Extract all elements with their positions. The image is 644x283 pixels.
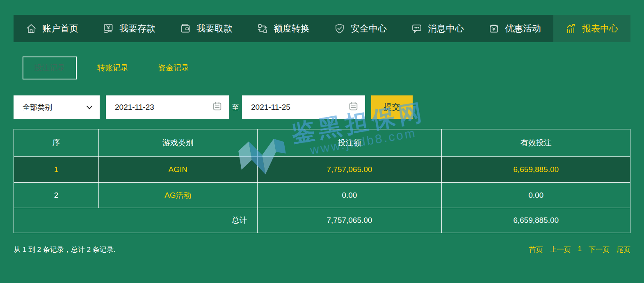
tab-fund-records[interactable]: 资金记录 [147,57,200,79]
category-select[interactable]: 全部类别 [14,95,100,119]
date-range-to-label: 至 [229,102,242,112]
nav-label: 安全中心 [351,23,387,35]
table-header-row: 序 游戏类别 投注额 有效投注 [14,129,630,157]
filter-bar: 全部类别 2021-11-23 至 2021-11-25 提交 [14,95,413,119]
nav-item-report-center[interactable]: 报表中心 [553,15,630,42]
pagination-page-1[interactable]: 1 [578,245,582,254]
report-center-page: 账户首页 我要存款 我要取款 额度转换 安全中心 [0,0,644,283]
table-row: 1 AGIN 7,757,065.00 6,659,885.00 [14,157,630,183]
row-game-link[interactable]: AG活动 [98,183,257,208]
bet-records-table: 序 游戏类别 投注额 有效投注 1 AGIN 7,757,065.00 6,65… [14,129,630,233]
row-game-link[interactable]: AGIN [98,157,257,183]
nav-label: 我要取款 [196,23,233,35]
security-shield-icon [333,23,346,34]
header-bet-amount: 投注额 [257,129,442,157]
home-icon [25,23,37,34]
tab-bet-records[interactable]: 投注记录 [23,57,77,79]
records-summary: 从 1 到 2 条记录，总计 2 条记录. [14,245,115,254]
pagination-prev[interactable]: 上一页 [550,245,571,254]
nav-item-withdraw[interactable]: 我要取款 [168,15,245,42]
pagination-next[interactable]: 下一页 [589,245,610,254]
nav-item-account-home[interactable]: 账户首页 [14,15,91,42]
header-seq: 序 [14,129,99,157]
quota-transfer-icon [256,23,269,34]
pagination-last[interactable]: 尾页 [617,245,630,254]
row-valid-bet: 0.00 [442,183,630,208]
pagination: 首页 上一页 1 下一页 尾页 [529,245,630,254]
total-bet-amount: 7,757,065.00 [257,208,442,233]
nav-label: 账户首页 [42,23,78,35]
nav-item-quota-transfer[interactable]: 额度转换 [245,15,322,42]
row-seq: 1 [14,157,99,183]
nav-item-deposit[interactable]: 我要存款 [91,15,168,42]
calendar-icon[interactable] [348,101,359,113]
nav-item-message-center[interactable]: 消息中心 [399,15,476,42]
total-valid-bet: 6,659,885.00 [442,208,630,233]
chevron-down-icon [87,103,92,111]
category-select-value: 全部类别 [23,102,52,112]
tab-transfer-records[interactable]: 转账记录 [87,57,139,79]
row-bet-amount: 0.00 [257,183,442,208]
header-game-category: 游戏类别 [98,129,257,157]
nav-label: 报表中心 [582,23,618,35]
nav-item-promotions[interactable]: 优惠活动 [476,15,553,42]
nav-label: 额度转换 [274,23,310,35]
row-seq: 2 [14,183,99,208]
nav-label: 我要存款 [119,23,155,35]
record-tabs: 投注记录 转账记录 资金记录 [23,57,200,79]
pagination-first[interactable]: 首页 [529,245,543,254]
table-footer: 从 1 到 2 条记录，总计 2 条记录. 首页 上一页 1 下一页 尾页 [14,245,630,254]
deposit-icon [102,23,114,34]
table-row: 2 AG活动 0.00 0.00 [14,183,630,208]
row-valid-bet: 6,659,885.00 [442,157,630,183]
date-from-value: 2021-11-23 [115,103,154,112]
nav-item-security-center[interactable]: 安全中心 [322,15,399,42]
report-chart-icon [565,23,577,34]
nav-label: 消息中心 [428,23,464,35]
nav-label: 优惠活动 [505,23,541,35]
date-to-input[interactable]: 2021-11-25 [242,95,365,119]
date-from-input[interactable]: 2021-11-23 [106,95,229,119]
calendar-icon[interactable] [212,101,222,113]
submit-button[interactable]: 提交 [371,95,413,119]
promo-envelope-icon [488,23,500,34]
date-to-value: 2021-11-25 [251,103,290,112]
header-valid-bet: 有效投注 [442,129,630,157]
table-total-row: 总计 7,757,065.00 6,659,885.00 [14,208,630,233]
message-bubble-icon [411,23,423,34]
top-nav: 账户首页 我要存款 我要取款 额度转换 安全中心 [14,15,630,42]
row-bet-amount: 7,757,065.00 [257,157,442,183]
total-label: 总计 [14,208,258,233]
withdraw-icon [179,23,192,34]
